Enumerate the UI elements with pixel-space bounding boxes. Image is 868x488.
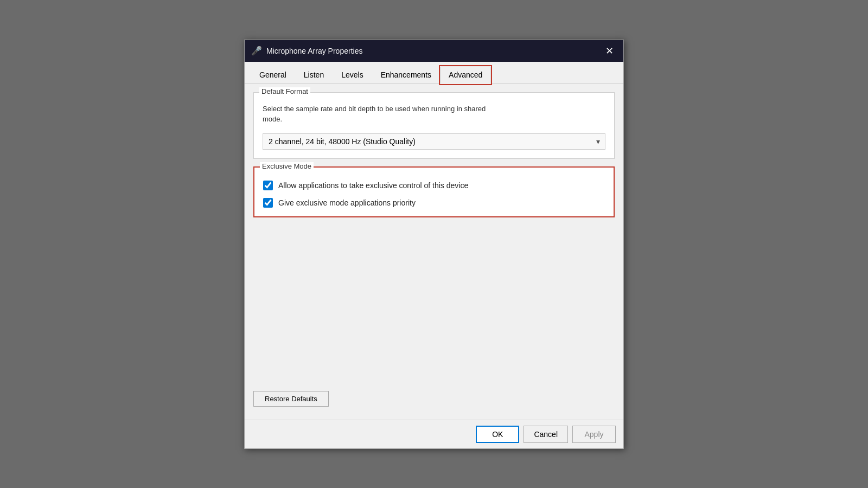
window-title: Microphone Array Properties — [266, 47, 362, 55]
spacer — [253, 225, 615, 383]
checkbox-exclusive-control[interactable] — [263, 181, 273, 190]
exclusive-mode-section: Exclusive Mode Allow applications to tak… — [253, 166, 615, 217]
dialog-window: 🎤 Microphone Array Properties ✕ General … — [244, 40, 624, 449]
format-dropdown-wrapper[interactable]: 1 channel, 16 bit, 44100 Hz (CD Quality)… — [263, 133, 605, 150]
tab-listen[interactable]: Listen — [296, 67, 332, 84]
title-bar: 🎤 Microphone Array Properties ✕ — [245, 40, 623, 62]
checkbox-exclusive-priority-row[interactable]: Give exclusive mode applications priorit… — [263, 198, 605, 208]
apply-button[interactable]: Apply — [572, 426, 616, 443]
default-format-section: Default Format Select the sample rate an… — [253, 92, 615, 159]
tab-general[interactable]: General — [251, 67, 295, 84]
restore-defaults-area: Restore Defaults — [253, 391, 615, 411]
close-button[interactable]: ✕ — [602, 45, 617, 57]
tab-enhancements[interactable]: Enhancements — [373, 67, 439, 84]
exclusive-mode-label: Exclusive Mode — [260, 162, 314, 170]
exclusive-mode-content: Allow applications to take exclusive con… — [263, 181, 605, 208]
format-dropdown[interactable]: 1 channel, 16 bit, 44100 Hz (CD Quality)… — [263, 133, 605, 150]
checkbox-exclusive-control-label: Allow applications to take exclusive con… — [278, 181, 468, 190]
tabs-bar: General Listen Levels Enhancements Advan… — [245, 62, 623, 84]
tab-advanced[interactable]: Advanced — [441, 67, 490, 84]
default-format-description: Select the sample rate and bit depth to … — [263, 104, 605, 125]
window-icon: 🎤 — [251, 46, 262, 56]
title-bar-left: 🎤 Microphone Array Properties — [251, 46, 362, 56]
footer-buttons: OK Cancel Apply — [245, 420, 623, 448]
ok-button[interactable]: OK — [476, 426, 519, 443]
default-format-label: Default Format — [259, 87, 310, 95]
content-area: Default Format Select the sample rate an… — [245, 84, 623, 420]
checkbox-exclusive-priority[interactable] — [263, 198, 273, 208]
tab-levels[interactable]: Levels — [333, 67, 371, 84]
checkbox-exclusive-priority-label: Give exclusive mode applications priorit… — [278, 198, 416, 207]
restore-defaults-button[interactable]: Restore Defaults — [253, 391, 329, 407]
checkbox-exclusive-control-row[interactable]: Allow applications to take exclusive con… — [263, 181, 605, 190]
cancel-button[interactable]: Cancel — [524, 426, 568, 443]
